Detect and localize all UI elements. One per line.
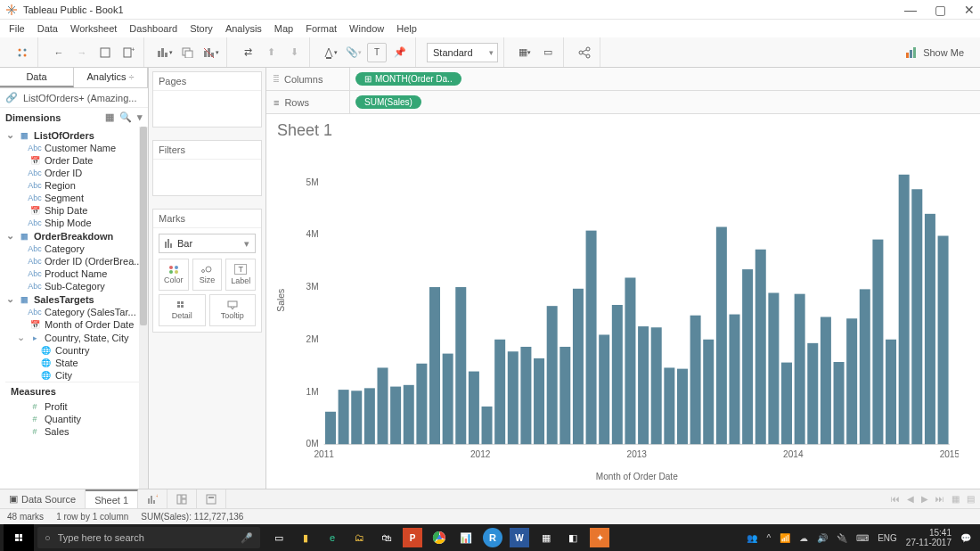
clear-button[interactable]: ▾ [201,43,221,62]
menu-window[interactable]: Window [349,23,384,34]
mic-icon[interactable]: 🎤 [241,532,253,544]
text-label-button[interactable]: T [367,43,387,62]
tableau-icon[interactable] [12,43,32,62]
show-tabs-icon[interactable]: ▦ [951,494,960,504]
nav-last-icon[interactable]: ⏭ [935,494,944,504]
menu-analysis[interactable]: Analysis [225,23,262,34]
data-source-item[interactable]: 🔗 ListOfOrders+ (Amazing... [0,88,148,108]
window-minimize-button[interactable]: — [904,3,917,17]
sheet-title[interactable]: Sheet 1 [266,114,980,147]
field-month-of-order-date[interactable]: 📅Month of Order Date [5,318,148,331]
field-order-id-orderbrea-[interactable]: AbcOrder ID (OrderBrea... [5,255,148,267]
wifi-icon[interactable]: 📶 [780,533,790,543]
field-country-state-city[interactable]: ⌄▸Country, State, City [5,331,148,344]
group-button[interactable]: 📎▾ [344,43,363,62]
show-sorter-icon[interactable]: ▤ [967,494,975,504]
tab-analytics[interactable]: Analytics ÷ [74,68,148,87]
chrome-icon[interactable] [429,528,449,547]
find-field-icon[interactable]: 🔍 [119,111,132,123]
field-state[interactable]: 🌐State [5,357,148,369]
tab-data[interactable]: Data [0,68,74,87]
filters-shelf[interactable]: Filters [152,140,262,196]
mark-detail[interactable]: Detail [159,294,206,326]
chart-canvas[interactable]: 0M1M2M3M4M5MSales20112012201320142015Mon… [266,147,980,489]
mark-label[interactable]: TLabel [225,259,256,291]
app-icon-1[interactable]: 📊 [456,528,476,547]
field-segment[interactable]: AbcSegment [5,192,148,204]
word-icon[interactable]: W [510,528,529,547]
field-profit[interactable]: #Profit [5,400,148,413]
mark-tooltip[interactable]: Tooltip [209,294,257,326]
redo-button[interactable]: → [72,43,92,62]
columns-pill-month[interactable]: ⊞MONTH(Order Da.. [355,72,461,86]
field-region[interactable]: AbcRegion [5,179,148,192]
taskbar-search[interactable]: ○ Type here to search 🎤 [37,527,260,548]
app-icon-2[interactable]: R [483,528,502,547]
mark-type-dropdown[interactable]: Bar ▾ [159,234,256,253]
field-quantity[interactable]: #Quantity [5,413,148,425]
field-ship-date[interactable]: 📅Ship Date [5,204,148,217]
field-sales[interactable]: #Sales [5,425,148,438]
field-country[interactable]: 🌐Country [5,344,148,357]
tray-up-icon[interactable]: ^ [766,533,771,543]
mark-size[interactable]: Size [192,259,223,291]
app-icon-3[interactable]: ▦ [536,528,556,547]
save-button[interactable] [95,43,115,62]
rows-shelf[interactable]: ≡Rows SUM(Sales) [266,91,980,114]
powerpoint-icon[interactable]: P [403,528,422,547]
mark-color[interactable]: Color [159,259,189,291]
start-button[interactable] [4,524,34,551]
menu-file[interactable]: File [9,23,25,34]
menu-worksheet[interactable]: Worksheet [70,23,117,34]
menu-map[interactable]: Map [274,23,293,34]
field-ship-mode[interactable]: AbcShip Mode [5,217,148,229]
window-close-button[interactable]: ✕ [964,3,975,17]
volume-icon[interactable]: 🔊 [817,533,828,543]
field-category-salestar-[interactable]: AbcCategory (SalesTar... [5,306,148,318]
new-worksheet-tab[interactable]: + [138,489,167,508]
tableau-task-icon[interactable]: ✦ [590,528,609,547]
view-as-list-icon[interactable]: ▦ [105,111,114,123]
new-data-button[interactable]: + [118,43,138,62]
language-indicator[interactable]: ENG [878,533,897,543]
group-salestargets[interactable]: ⌄▦SalesTargets [5,292,148,306]
menu-dashboard[interactable]: Dashboard [129,23,177,34]
field-sub-category[interactable]: AbcSub-Category [5,280,148,292]
columns-shelf[interactable]: ⦙⦙⦙Columns ⊞MONTH(Order Da.. [266,68,980,91]
data-menu-icon[interactable]: ▾ [137,111,143,123]
menu-help[interactable]: Help [396,23,417,34]
tree-scrollbar[interactable] [139,127,148,489]
menu-story[interactable]: Story [190,23,213,34]
notifications-icon[interactable]: 💬 [960,533,971,543]
window-maximize-button[interactable]: ▢ [935,3,946,17]
fix-axis-button[interactable]: 📌 [390,43,410,62]
field-product-name[interactable]: AbcProduct Name [5,267,148,280]
group-orderbreakdown[interactable]: ⌄▦OrderBreakdown [5,229,148,243]
nav-next-icon[interactable]: ▶ [921,494,928,504]
app-icon-4[interactable]: ◧ [563,528,583,547]
menu-format[interactable]: Format [306,23,337,34]
fit-dropdown[interactable]: Standard [427,43,498,62]
keyboard-icon[interactable]: ⌨ [856,533,869,543]
tab-sheet1[interactable]: Sheet 1 [86,489,138,508]
explorer-icon[interactable]: 🗂 [349,528,369,547]
edge-icon[interactable]: e [323,528,342,547]
menu-data[interactable]: Data [37,23,58,34]
battery-icon[interactable]: 🔌 [837,533,847,543]
new-worksheet-button[interactable]: ▾ [155,43,175,62]
swap-button[interactable]: ⇄ [238,43,257,62]
new-story-tab[interactable] [197,489,226,508]
people-icon[interactable]: 👥 [747,533,757,543]
taskbar-clock[interactable]: 15:41 27-11-2017 [906,528,951,547]
field-order-id[interactable]: AbcOrder ID [5,167,148,179]
undo-button[interactable]: ← [49,43,69,62]
field-customer-name[interactable]: AbcCustomer Name [5,142,148,154]
sticky-notes-icon[interactable]: ▮ [296,528,315,547]
group-listoforders[interactable]: ⌄▦ListOfOrders [5,128,148,142]
field-category[interactable]: AbcCategory [5,243,148,255]
nav-prev-icon[interactable]: ◀ [907,494,914,504]
task-view-icon[interactable]: ▭ [269,528,289,547]
new-dashboard-tab[interactable] [167,489,197,508]
duplicate-button[interactable] [178,43,198,62]
store-icon[interactable]: 🛍 [376,528,396,547]
